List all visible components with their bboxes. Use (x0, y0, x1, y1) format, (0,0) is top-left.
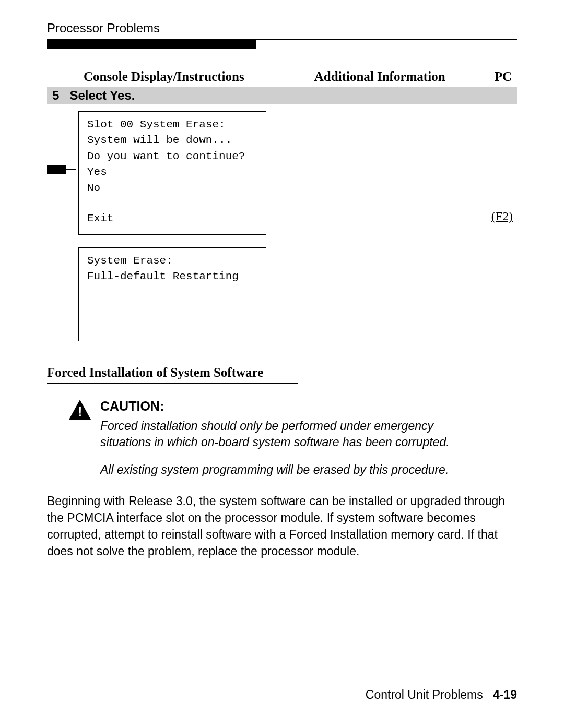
body-paragraph: Beginning with Release 3.0, the system s… (47, 493, 517, 560)
col-pc: PC (495, 69, 512, 84)
console-line: Do you want to continue? (87, 149, 257, 164)
section-heading-forced-install: Forced Installation of System Software (47, 365, 517, 380)
step-number: 5 (52, 88, 59, 102)
console-line: System Erase: (87, 253, 257, 269)
col-console-display: Console Display/Instructions (84, 69, 244, 84)
console-line: Full-default Restarting (87, 269, 257, 284)
step-content-row: Slot 00 System Erase: System will be dow… (47, 111, 517, 341)
pointer-icon (47, 165, 78, 174)
svg-text:!: ! (78, 404, 83, 420)
console-screen-status: System Erase: Full-default Restarting (78, 247, 266, 341)
caution-para: All existing system programming will be … (100, 462, 487, 478)
header-thick-bar (47, 40, 256, 49)
header-rule (47, 39, 517, 40)
step-heading-select-yes: 5 Select Yes. (47, 87, 517, 104)
footer-page-number: 4-19 (493, 688, 517, 701)
step-title: Select Yes. (69, 88, 135, 102)
caution-para: Forced installation should only be perfo… (100, 418, 487, 450)
caution-block: ! CAUTION: Forced installation should on… (47, 399, 517, 478)
col-additional-info: Additional Information (265, 69, 495, 84)
section-underline (47, 383, 298, 384)
console-line: No (87, 181, 257, 196)
page-section-title: Processor Problems (47, 21, 517, 35)
page-footer: Control Unit Problems 4-19 (47, 688, 517, 702)
footer-chapter: Control Unit Problems (366, 688, 483, 701)
column-heading-row: Console Display/Instructions Additional … (47, 69, 517, 87)
caution-icon: ! (68, 399, 92, 478)
console-exit-line: Exit (87, 211, 257, 226)
console-line: Yes (87, 164, 257, 180)
console-screen-prompt: Slot 00 System Erase: System will be dow… (78, 111, 266, 235)
console-line: System will be down... (87, 133, 257, 148)
pc-key-label: (F2) (491, 209, 513, 223)
console-line: Slot 00 System Erase: (87, 117, 257, 133)
caution-heading: CAUTION: (100, 399, 487, 414)
